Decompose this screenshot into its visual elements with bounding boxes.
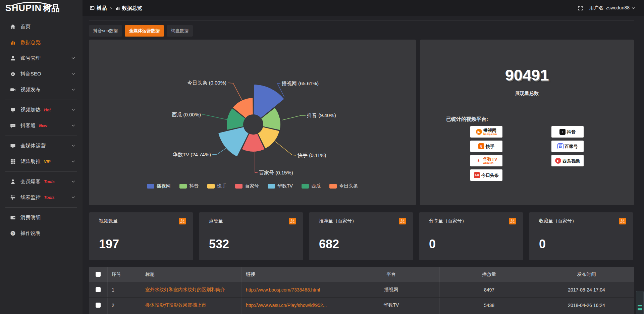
- sidebar-item-label: 账号管理: [20, 55, 41, 61]
- slice-label-西瓜: 西瓜 (0.00%): [172, 112, 201, 117]
- legend-item-今日头条[interactable]: 今日头条: [329, 183, 358, 189]
- sidebar-item-0[interactable]: 首页: [0, 19, 83, 35]
- sidebar-item-7[interactable]: 抖客通New: [0, 118, 83, 134]
- cell-title[interactable]: 室外水纹灯和室内水纹灯的区别和简介: [141, 282, 242, 297]
- stat-card-label: 收藏量（百家号）: [539, 218, 577, 224]
- legend-swatch: [179, 184, 187, 189]
- scrollbar-thumb: [638, 305, 642, 312]
- home-icon: [10, 24, 16, 30]
- tab-0[interactable]: 抖音seo数据: [89, 25, 122, 37]
- legend-label: 华数TV: [277, 183, 293, 189]
- sidebar-item-1[interactable]: 数据总览: [0, 35, 83, 50]
- user-menu[interactable]: 用户名: zswodun88: [589, 5, 635, 11]
- tab-2[interactable]: 询盘数据: [167, 25, 193, 37]
- pie-slice-华数TV[interactable]: [218, 127, 249, 157]
- header-no: 序号: [108, 267, 141, 282]
- chevron-down-icon: [71, 180, 75, 183]
- chevron-down-icon: [71, 145, 75, 147]
- label-line-西瓜: [202, 115, 229, 120]
- cell-link[interactable]: http://www.wasu.cn/Play/show/id/952...: [242, 298, 343, 313]
- slice-label-快手: 快手 (0.11%): [297, 152, 326, 158]
- sidebar-item-6[interactable]: 视频加热Hot: [0, 102, 83, 118]
- screen-icon: [10, 107, 16, 113]
- sidebar-item-label: 首页: [20, 23, 31, 30]
- video-table: 序号标题链接平台播放量发布时间1室外水纹灯和室内水纹灯的区别和简介http://…: [89, 267, 634, 314]
- legend-item-百家号[interactable]: 百家号: [235, 183, 259, 189]
- platform-name: 抖音: [567, 130, 576, 134]
- cell-title[interactable]: 楼体投影灯投影效果震撼上市: [141, 298, 242, 313]
- sidebar-item-label: 数据总览: [20, 39, 41, 46]
- sidebar-item-3[interactable]: 抖音SEO: [0, 66, 83, 82]
- tab-1[interactable]: 全媒体运营数据: [125, 25, 164, 37]
- total-badge: 总: [509, 218, 516, 224]
- sidebar-item-9[interactable]: 全媒体运营: [0, 138, 83, 154]
- sidebar-item-15[interactable]: 消费明细: [0, 210, 83, 225]
- label-line-快手: [275, 142, 296, 155]
- breadcrumb-current-label: 数据总览: [122, 5, 142, 11]
- row-checkbox[interactable]: [96, 303, 101, 308]
- stat-card-head: 推荐量（百家号）总: [309, 212, 413, 230]
- stat-card-label: 分享量（百家号）: [429, 218, 467, 224]
- media-distribution-panel: 播视网 (65.61%)抖音 (9.40%)快手 (0.11%)百家号 (0.1…: [89, 40, 416, 205]
- legend-label: 快手: [217, 183, 226, 189]
- row-checkbox[interactable]: [96, 287, 101, 292]
- sidebar-item-label: 视频发布: [20, 87, 41, 93]
- sidebar-item-2[interactable]: 账号管理: [0, 50, 83, 66]
- breadcrumb-root-label: 树品: [97, 5, 107, 11]
- stat-card-head: 收藏量（百家号）总: [529, 212, 633, 230]
- slice-label-播视网: 播视网 (65.61%): [281, 81, 319, 86]
- cell-no: 1: [108, 282, 141, 297]
- legend-label: 今日头条: [339, 183, 358, 189]
- legend-item-快手[interactable]: 快手: [207, 183, 226, 189]
- data-tabs: 抖音seo数据全媒体运营数据询盘数据: [89, 25, 193, 37]
- table-row-3: [89, 313, 634, 314]
- sidebar-item-badge: VIP: [44, 159, 50, 164]
- sidebar-item-badge: New: [39, 123, 47, 128]
- sidebar-item-16[interactable]: ?操作说明: [0, 225, 83, 241]
- platform-badge-快手: 8快手: [470, 141, 502, 152]
- slice-label-华数TV: 华数TV (24.74%): [172, 152, 211, 157]
- header-time: 发布时间: [539, 267, 634, 282]
- sidebar-item-13[interactable]: 线索监控Tools: [0, 190, 83, 205]
- breadcrumb-root[interactable]: 树品: [90, 5, 107, 11]
- legend-item-西瓜[interactable]: 西瓜: [302, 183, 321, 189]
- sidebar-divider: [5, 207, 77, 208]
- platform-name: 播视网: [483, 128, 497, 133]
- scrollbar-widget[interactable]: [636, 291, 644, 314]
- legend-item-华数TV[interactable]: 华数TV: [268, 183, 293, 189]
- cell-no: 2: [108, 298, 141, 313]
- douyin-icon: ♪: [559, 129, 566, 135]
- cell-link[interactable]: http://www.boosj.com/7338468.html: [242, 282, 343, 297]
- fullscreen-icon[interactable]: [578, 6, 583, 11]
- chart-legend: 播视网抖音快手百家号华数TV西瓜今日头条: [89, 183, 416, 189]
- platform-badge-西瓜视频: ▶西瓜视频: [551, 155, 584, 166]
- legend-item-抖音[interactable]: 抖音: [179, 183, 199, 189]
- bar-chart-icon: [10, 40, 16, 45]
- platform-badge-百家号: 百百家号: [551, 141, 584, 152]
- chevron-down-icon: [632, 7, 635, 9]
- wallet-icon: [10, 215, 16, 220]
- sidebar-item-10[interactable]: 矩阵助推VIP: [0, 154, 83, 169]
- sidebar-item-12[interactable]: 会员爆客Tools: [0, 174, 83, 190]
- breadcrumb-current[interactable]: 数据总览: [115, 5, 142, 11]
- sidebar-item-badge: Tools: [44, 179, 55, 184]
- platform-name: 百家号: [565, 144, 578, 149]
- platform-sub: boosj.com: [483, 133, 497, 136]
- logo: SHUPIN 树品: [0, 0, 83, 16]
- legend-item-播视网[interactable]: 播视网: [147, 183, 171, 189]
- cell-platform: 华数TV: [343, 298, 440, 313]
- slice-label-抖音: 抖音 (9.40%): [307, 112, 336, 118]
- sidebar-item-label: 操作说明: [20, 230, 41, 237]
- label-line-今日头条: [228, 83, 243, 102]
- stat-card-3: 分享量（百家号）总0: [419, 212, 523, 260]
- sidebar-item-4[interactable]: 视频发布: [0, 82, 83, 98]
- chevron-down-icon: [71, 109, 75, 111]
- baijiahao-icon: 百: [557, 143, 564, 149]
- monitor-icon: [10, 143, 16, 149]
- legend-swatch: [235, 184, 243, 189]
- stat-card-label: 视频数量: [99, 218, 118, 224]
- logo-arc: [10, 1, 54, 6]
- legend-swatch: [147, 184, 154, 189]
- select-all-checkbox[interactable]: [96, 272, 101, 277]
- platforms-grid: ▶播视网boosj.com♪抖音8快手百百家号✶华数TVwasu.cn▶西瓜视频…: [470, 126, 584, 181]
